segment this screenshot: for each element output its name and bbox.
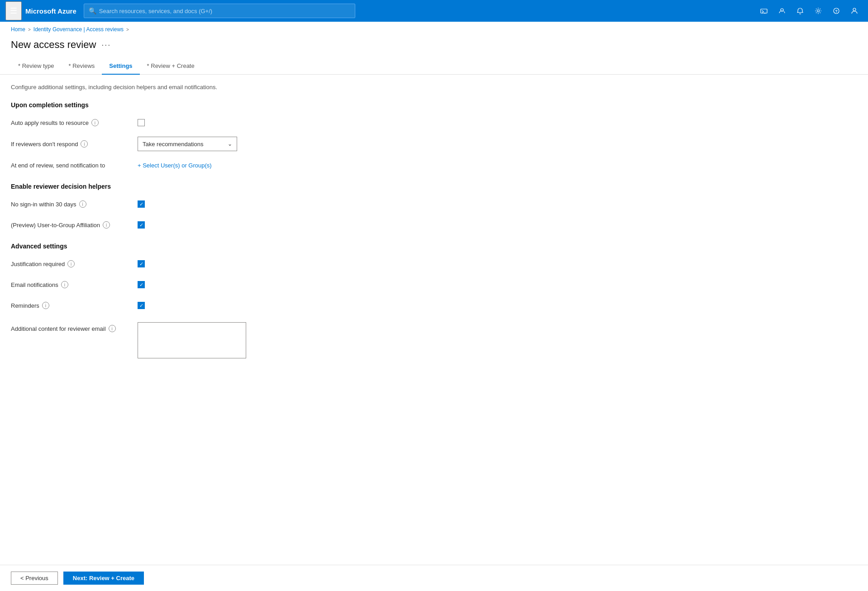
svg-text:?: ? xyxy=(835,9,838,14)
email-notifications-checkbox[interactable]: ✓ xyxy=(138,281,145,288)
user-group-info-icon[interactable]: i xyxy=(103,221,110,229)
search-input[interactable] xyxy=(99,8,350,14)
additional-content-textarea[interactable] xyxy=(138,322,246,358)
no-signin-checkbox[interactable]: ✓ xyxy=(138,200,145,208)
select-users-groups-button[interactable]: + Select User(s) or Group(s) xyxy=(138,162,212,169)
breadcrumb-sep-2: > xyxy=(126,27,129,32)
advanced-settings-section: Advanced settings Justification required… xyxy=(11,243,857,358)
no-signin-row: No sign-in within 30 days i ✓ xyxy=(11,197,857,211)
if-reviewers-info-icon[interactable]: i xyxy=(81,140,88,148)
additional-content-row: Additional content for reviewer email i xyxy=(11,319,857,358)
tab-review-create[interactable]: * Review + Create xyxy=(140,58,202,75)
notification-row: At end of review, send notification to +… xyxy=(11,158,857,172)
page-body: Home > Identity Governance | Access revi… xyxy=(0,22,868,375)
user-button[interactable] xyxy=(846,3,863,19)
help-button[interactable]: ? xyxy=(828,3,844,19)
breadcrumb-identity-governance[interactable]: Identity Governance | Access reviews xyxy=(33,26,124,33)
page-wrapper: Home > Identity Governance | Access revi… xyxy=(0,22,868,591)
tab-settings[interactable]: Settings xyxy=(102,58,139,75)
additional-content-label: Additional content for reviewer email xyxy=(11,325,106,332)
reminders-checkbox[interactable]: ✓ xyxy=(138,302,145,309)
email-notifications-label: Email notifications xyxy=(11,281,58,288)
justification-label: Justification required xyxy=(11,261,65,267)
if-reviewers-row: If reviewers don't respond i Take recomm… xyxy=(11,137,857,151)
tab-reviews[interactable]: * Reviews xyxy=(61,58,102,75)
user-group-checkbox-wrapper: ✓ xyxy=(138,221,145,229)
if-reviewers-label: If reviewers don't respond xyxy=(11,141,78,148)
reminders-row: Reminders i ✓ xyxy=(11,299,857,312)
breadcrumb: Home > Identity Governance | Access revi… xyxy=(0,22,868,37)
page-more-button[interactable]: ··· xyxy=(101,40,111,50)
notification-label: At end of review, send notification to xyxy=(11,162,105,169)
page-title: New access review xyxy=(11,39,96,51)
upon-completion-section: Upon completion settings Auto apply resu… xyxy=(11,101,857,172)
reminders-checkbox-wrapper: ✓ xyxy=(138,302,145,309)
main-content: Configure additional settings, including… xyxy=(0,75,868,375)
tabs: * Review type * Reviews Settings * Revie… xyxy=(0,58,868,75)
justification-info-icon[interactable]: i xyxy=(67,260,75,267)
justification-row: Justification required i ✓ xyxy=(11,257,857,271)
advanced-settings-header: Advanced settings xyxy=(11,243,857,250)
svg-point-6 xyxy=(853,8,856,11)
search-bar: 🔍 xyxy=(84,4,355,18)
decision-helpers-section: Enable reviewer decision helpers No sign… xyxy=(11,183,857,232)
breadcrumb-home[interactable]: Home xyxy=(11,26,25,33)
email-notifications-row: Email notifications i ✓ xyxy=(11,278,857,291)
tab-review-type[interactable]: * Review type xyxy=(11,58,61,75)
previous-button[interactable]: < Previous xyxy=(11,572,58,585)
svg-rect-0 xyxy=(761,9,767,13)
footer: < Previous Next: Review + Create xyxy=(0,565,868,591)
email-notifications-checkbox-wrapper: ✓ xyxy=(138,281,145,288)
directory-button[interactable] xyxy=(774,3,790,19)
user-group-row: (Preview) User-to-Group Affiliation i ✓ xyxy=(11,218,857,232)
dropdown-chevron-icon: ⌄ xyxy=(228,141,232,147)
if-reviewers-dropdown[interactable]: Take recommendations ⌄ xyxy=(138,137,237,151)
if-reviewers-value: Take recommendations xyxy=(143,141,203,148)
auto-apply-info-icon[interactable]: i xyxy=(91,119,99,126)
no-signin-label: No sign-in within 30 days xyxy=(11,201,76,208)
search-icon: 🔍 xyxy=(89,7,96,14)
notifications-button[interactable] xyxy=(792,3,808,19)
hamburger-menu-button[interactable]: ☰ xyxy=(5,1,22,20)
auto-apply-row: Auto apply results to resource i xyxy=(11,116,857,129)
auto-apply-checkbox[interactable] xyxy=(138,119,145,126)
breadcrumb-sep-1: > xyxy=(28,27,31,32)
svg-point-3 xyxy=(817,10,820,12)
reminders-info-icon[interactable]: i xyxy=(42,302,49,309)
upon-completion-header: Upon completion settings xyxy=(11,101,857,109)
justification-checkbox-wrapper: ✓ xyxy=(138,260,145,267)
email-notifications-info-icon[interactable]: i xyxy=(61,281,68,288)
reminders-label: Reminders xyxy=(11,302,39,309)
auto-apply-checkbox-wrapper xyxy=(138,119,145,126)
user-group-label: (Preview) User-to-Group Affiliation xyxy=(11,222,100,229)
additional-content-info-icon[interactable]: i xyxy=(109,325,116,332)
user-group-checkbox[interactable]: ✓ xyxy=(138,221,145,229)
topbar: ☰ Microsoft Azure 🔍 ? xyxy=(0,0,868,22)
page-header: New access review ··· xyxy=(0,37,868,58)
auto-apply-label: Auto apply results to resource xyxy=(11,119,89,126)
no-signin-checkbox-wrapper: ✓ xyxy=(138,200,145,208)
next-button[interactable]: Next: Review + Create xyxy=(63,572,144,585)
no-signin-info-icon[interactable]: i xyxy=(79,200,86,208)
settings-description: Configure additional settings, including… xyxy=(11,84,857,91)
decision-helpers-header: Enable reviewer decision helpers xyxy=(11,183,857,190)
settings-button[interactable] xyxy=(810,3,826,19)
cloud-shell-button[interactable] xyxy=(756,3,772,19)
topbar-icons: ? xyxy=(756,3,863,19)
justification-checkbox[interactable]: ✓ xyxy=(138,260,145,267)
app-name: Microsoft Azure xyxy=(25,7,76,15)
